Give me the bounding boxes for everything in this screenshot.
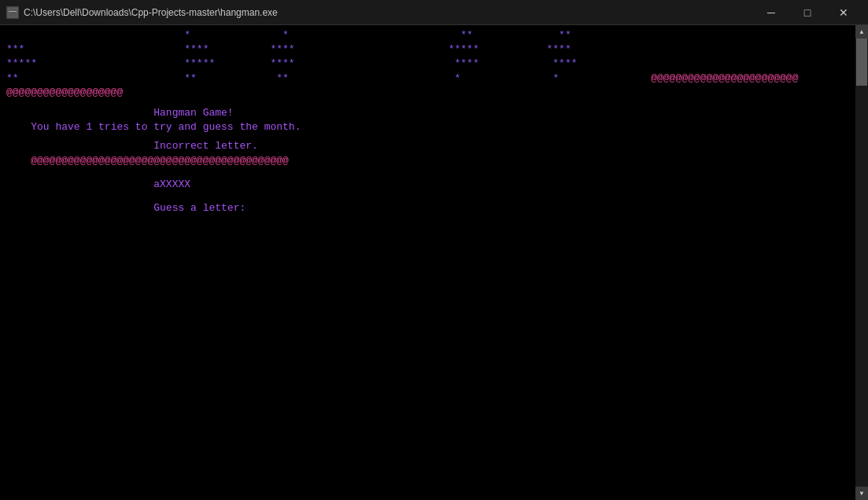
maximize-button[interactable]: □ [789, 0, 826, 25]
scroll-down-button[interactable]: ▼ [855, 487, 868, 500]
window-controls: ─ □ ✕ [753, 0, 862, 25]
stars-row-1: * * ** ** *** [6, 28, 849, 42]
svg-rect-0 [8, 8, 17, 17]
title-bar: C:\Users\Dell\Downloads\Cpp-Projects-mas… [0, 0, 868, 25]
scrollbar-thumb[interactable] [856, 39, 867, 86]
tries-text: You have 1 tries to try and guess the mo… [6, 120, 849, 134]
scrollbar[interactable]: ▲ ▼ [855, 25, 868, 500]
minimize-button[interactable]: ─ [753, 0, 789, 25]
stars-row-4: ** ** ** * * @@@@@@@@@@@@@@@@@@@@@@@@ [6, 72, 849, 86]
app-icon [6, 6, 19, 19]
close-button[interactable]: ✕ [826, 0, 862, 25]
console-content: * * ** ** *** *** **** **** [0, 25, 855, 500]
incorrect-text: Incorrect letter. [6, 139, 849, 153]
scrollbar-track[interactable] [855, 39, 868, 487]
scroll-up-button[interactable]: ▲ [855, 25, 868, 39]
at-decoration-top: @@@@@@@@@@@@@@@@@@@ [6, 86, 849, 100]
guess-prompt: Guess a letter: [6, 201, 849, 215]
window-title: C:\Users\Dell\Downloads\Cpp-Projects-mas… [24, 7, 278, 18]
game-title: Hangman Game! [6, 106, 849, 120]
svg-rect-1 [9, 11, 17, 12]
title-bar-left: C:\Users\Dell\Downloads\Cpp-Projects-mas… [6, 6, 278, 19]
at-decoration-mid: @@@@@@@@@@@@@@@@@@@@@@@@@@@@@@@@@@@@@@@@… [6, 154, 849, 168]
stars-row-2: *** **** **** ***** **** ****** * [6, 42, 849, 57]
stars-row-3: ***** ***** **** **** **** *** * [6, 57, 849, 71]
console-window: * * ** ** *** *** **** **** [0, 25, 868, 500]
word-display: aXXXXX [6, 178, 849, 192]
